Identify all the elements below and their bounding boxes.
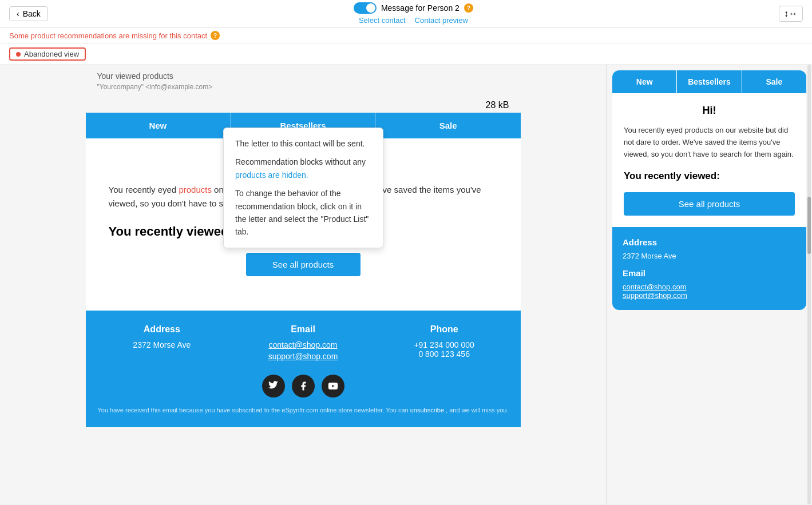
footer-address-title: Address bbox=[97, 324, 227, 335]
scrollbar-track bbox=[807, 65, 811, 504]
contact-preview-link[interactable]: Contact preview bbox=[415, 16, 468, 25]
tooltip-line2: Recommendation blocks without any produc… bbox=[235, 156, 371, 181]
footer-email-col: Email contact@shop.com support@shop.com bbox=[238, 324, 368, 363]
email-text-highlight: products bbox=[179, 185, 212, 194]
sender-info: "Yourcompany" <info@example.com> bbox=[97, 83, 509, 91]
email-footer: Address 2372 Morse Ave Email contact@sho… bbox=[86, 311, 521, 427]
right-footer: Address 2372 Morse Ave Email contact@sho… bbox=[612, 227, 806, 310]
twitter-icon[interactable] bbox=[262, 375, 285, 397]
footer-email-title: Email bbox=[238, 324, 368, 335]
see-all-products-button[interactable]: See all products bbox=[246, 253, 361, 276]
footer-email1[interactable]: contact@shop.com bbox=[238, 340, 368, 349]
back-label: Back bbox=[23, 9, 41, 18]
right-nav: New Bestsellers Sale bbox=[612, 70, 806, 93]
tooltip-line3: To change the behavior of the recommenda… bbox=[235, 187, 371, 238]
tooltip-line1: The letter to this contact will be sent. bbox=[235, 137, 371, 150]
tab-label: Abandoned view bbox=[24, 50, 79, 58]
right-footer-address-value: 2372 Morse Ave bbox=[623, 252, 796, 260]
right-scroll-area[interactable]: New Bestsellers Sale Hi! You recently ey… bbox=[607, 65, 812, 504]
left-preview-panel: The letter to this contact will be sent.… bbox=[0, 65, 606, 504]
nav-new[interactable]: New bbox=[86, 113, 231, 138]
footer-grid: Address 2372 Morse Ave Email contact@sho… bbox=[97, 324, 509, 363]
help-icon[interactable]: ? bbox=[464, 3, 473, 13]
warning-help-icon[interactable]: ? bbox=[211, 31, 220, 40]
right-viewed-label: You recently viewed: bbox=[624, 170, 795, 182]
footer-small-text: You have received this email because you… bbox=[97, 407, 509, 413]
viewed-title: Your viewed products bbox=[97, 71, 509, 81]
email-text-p1: You recently eyed bbox=[109, 185, 179, 194]
message-toggle[interactable] bbox=[354, 2, 377, 14]
warning-text: Some product recommendations are missing… bbox=[9, 31, 207, 40]
export-icon[interactable]: ↕↔ bbox=[779, 6, 803, 22]
footer-phone-col: Phone +91 234 000 000 0 800 123 456 bbox=[379, 324, 509, 363]
right-hi: Hi! bbox=[624, 105, 795, 117]
right-email-preview: New Bestsellers Sale Hi! You recently ey… bbox=[612, 70, 806, 310]
right-footer-email2[interactable]: support@shop.com bbox=[623, 291, 796, 300]
toggle-label: Message for Person 2 bbox=[381, 3, 460, 13]
tab-row: Abandoned view bbox=[0, 44, 812, 65]
right-footer-email-title: Email bbox=[623, 268, 796, 278]
footer-phone2: 0 800 123 456 bbox=[379, 349, 509, 359]
right-nav-new[interactable]: New bbox=[612, 70, 676, 93]
youtube-icon[interactable] bbox=[322, 375, 344, 397]
right-preview-panel: New Bestsellers Sale Hi! You recently ey… bbox=[606, 65, 812, 504]
right-nav-bestsellers[interactable]: Bestsellers bbox=[677, 70, 741, 93]
nav-sale[interactable]: Sale bbox=[376, 113, 521, 138]
tab-dot bbox=[16, 52, 21, 57]
top-center: Message for Person 2 ? Select contact Co… bbox=[354, 2, 473, 25]
footer-legal-text2: , and we will miss you. bbox=[446, 407, 508, 413]
footer-phone1: +91 234 000 000 bbox=[379, 340, 509, 349]
tooltip-overlay: The letter to this contact will be sent.… bbox=[223, 128, 383, 248]
warning-bar: Some product recommendations are missing… bbox=[0, 27, 812, 44]
main-area: The letter to this contact will be sent.… bbox=[0, 65, 812, 504]
email-size: 28 kB bbox=[486, 100, 509, 110]
footer-address-value: 2372 Morse Ave bbox=[97, 340, 227, 349]
right-nav-sale[interactable]: Sale bbox=[742, 70, 806, 93]
back-arrow-icon: ‹ bbox=[17, 9, 19, 18]
email-header: Your viewed products "Yourcompany" <info… bbox=[86, 65, 521, 98]
right-body: Hi! You recently eyed products on our we… bbox=[612, 93, 806, 227]
footer-address-col: Address 2372 Morse Ave bbox=[97, 324, 227, 363]
size-row: 28 kB bbox=[86, 98, 521, 113]
right-see-all-button[interactable]: See all products bbox=[624, 192, 795, 216]
tooltip-highlight: products are hidden. bbox=[235, 170, 308, 180]
facebook-icon[interactable] bbox=[292, 375, 315, 397]
footer-legal-text: You have received this email because you… bbox=[97, 407, 408, 413]
footer-email2[interactable]: support@shop.com bbox=[238, 352, 368, 361]
top-bar: ‹ Back Message for Person 2 ? Select con… bbox=[0, 0, 812, 27]
right-footer-address-title: Address bbox=[623, 237, 796, 247]
scrollbar-thumb[interactable] bbox=[807, 197, 811, 254]
right-intro-text: You recently eyed products on our websit… bbox=[624, 125, 795, 160]
abandoned-view-tab[interactable]: Abandoned view bbox=[9, 47, 86, 61]
social-icons bbox=[97, 375, 509, 397]
select-contact-link[interactable]: Select contact bbox=[359, 16, 406, 25]
back-button[interactable]: ‹ Back bbox=[9, 6, 48, 21]
unsubscribe-link[interactable]: unsubscribe bbox=[410, 407, 444, 413]
right-footer-email1[interactable]: contact@shop.com bbox=[623, 283, 796, 291]
footer-phone-title: Phone bbox=[379, 324, 509, 335]
